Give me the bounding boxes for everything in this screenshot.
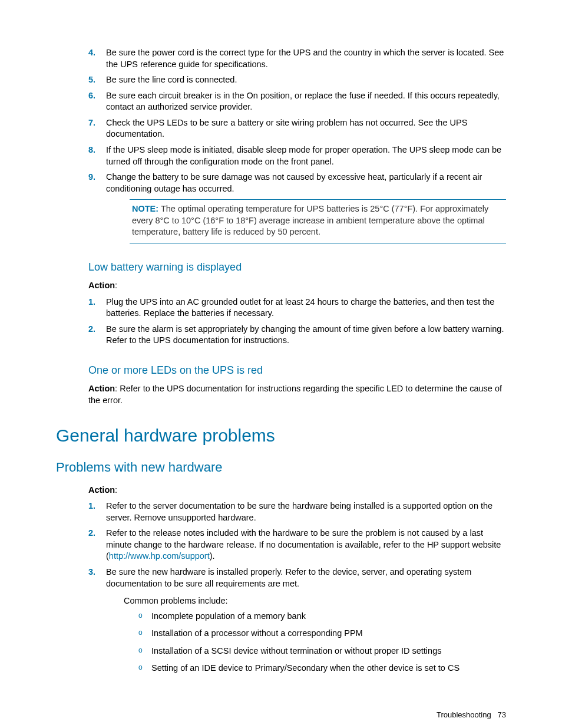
new-hw-list: 1.Refer to the server documentation to b… (88, 500, 506, 674)
low-battery-list: 1.Plug the UPS into an AC grounded outle… (88, 297, 506, 347)
footer-section: Troubleshooting (437, 710, 491, 719)
leds-action-text: Action: Refer to the UPS documentation f… (88, 383, 506, 406)
hp-support-link[interactable]: http://www.hp.com/support (109, 551, 210, 561)
heading-low-battery: Low battery warning is displayed (56, 260, 506, 274)
note-label: NOTE: (132, 204, 158, 213)
note-box: NOTE: The optimal operating temperature … (130, 199, 506, 243)
heading-new-hardware: Problems with new hardware (56, 459, 506, 476)
list-item: Installation of a SCSI device without te… (138, 645, 506, 657)
list-item: 9.Change the battery to be sure damage w… (88, 172, 506, 195)
action-line: Action: (88, 280, 506, 292)
list-item: Setting of an IDE device to Primary/Seco… (138, 663, 506, 674)
list-item: 1.Refer to the server documentation to b… (88, 500, 506, 523)
list-item: Installation of a processor without a co… (138, 628, 506, 640)
list-item: 8.If the UPS sleep mode is initiated, di… (88, 144, 506, 167)
list-item: Incomplete population of a memory bank (138, 611, 506, 622)
list-item: 2.Be sure the alarm is set appropriately… (88, 324, 506, 347)
page-footer: Troubleshooting 73 (56, 710, 506, 720)
common-problems-label: Common problems include: (124, 595, 506, 607)
footer-page-number: 73 (498, 710, 506, 719)
note-text: The optimal operating temperature for UP… (132, 204, 488, 236)
list-item: 6.Be sure each circuit breaker is in the… (88, 90, 506, 113)
list-item: 5.Be sure the line cord is connected. (88, 74, 506, 86)
common-problems-list: Incomplete population of a memory bank I… (138, 611, 506, 674)
list-item: 1.Plug the UPS into an AC grounded outle… (88, 297, 506, 319)
ups-steps-list: 4.Be sure the power cord is the correct … (88, 47, 506, 195)
list-item: 3.Be sure the new hardware is installed … (88, 566, 506, 674)
heading-leds-red: One or more LEDs on the UPS is red (56, 363, 506, 377)
action-line: Action: (88, 485, 506, 496)
list-item: 2.Refer to the release notes included wi… (88, 528, 506, 562)
list-item: 4.Be sure the power cord is the correct … (88, 47, 506, 70)
list-item: 7.Check the UPS LEDs to be sure a batter… (88, 117, 506, 140)
heading-general-hardware: General hardware problems (56, 424, 506, 448)
